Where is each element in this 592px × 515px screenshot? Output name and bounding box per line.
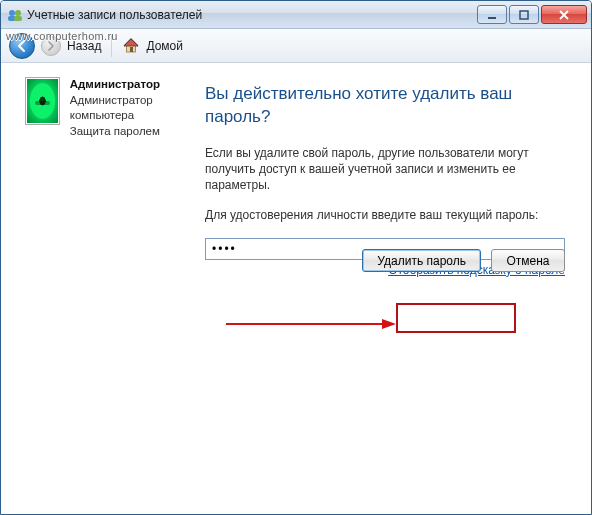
window-title: Учетные записи пользователей [27,8,477,22]
svg-point-0 [9,10,15,16]
svg-rect-4 [488,17,496,19]
user-panel: Администратор Администратор компьютера З… [25,77,175,500]
svg-rect-5 [520,11,528,19]
minimize-button[interactable] [477,5,507,24]
delete-password-button[interactable]: Удалить пароль [362,249,481,272]
avatar [25,77,60,125]
page-heading: Вы действительно хотите удалить ваш паро… [205,83,565,129]
home-icon[interactable] [122,37,140,55]
user-role: Администратор компьютера [70,93,175,124]
window-controls [477,5,587,24]
svg-point-1 [15,10,21,16]
svg-rect-3 [14,16,22,21]
user-name: Администратор [70,77,175,93]
main-panel: Вы действительно хотите удалить ваш паро… [205,77,565,500]
close-button[interactable] [541,5,587,24]
svg-rect-7 [130,47,133,52]
warning-text: Если вы удалите свой пароль, другие поль… [205,145,565,194]
cancel-button[interactable]: Отмена [491,249,565,272]
dialog-buttons: Удалить пароль Отмена [362,249,565,272]
watermark-text: www.computerhom.ru [6,30,118,42]
user-status: Защита паролем [70,124,175,140]
window-frame: Учетные записи пользователей www.compute… [0,0,592,515]
prompt-text: Для удостоверения личности введите ваш т… [205,207,565,223]
content-area: Администратор Администратор компьютера З… [1,63,591,514]
titlebar: Учетные записи пользователей [1,1,591,29]
app-icon [7,7,23,23]
home-label[interactable]: Домой [146,39,183,53]
maximize-button[interactable] [509,5,539,24]
user-info: Администратор Администратор компьютера З… [70,77,175,500]
